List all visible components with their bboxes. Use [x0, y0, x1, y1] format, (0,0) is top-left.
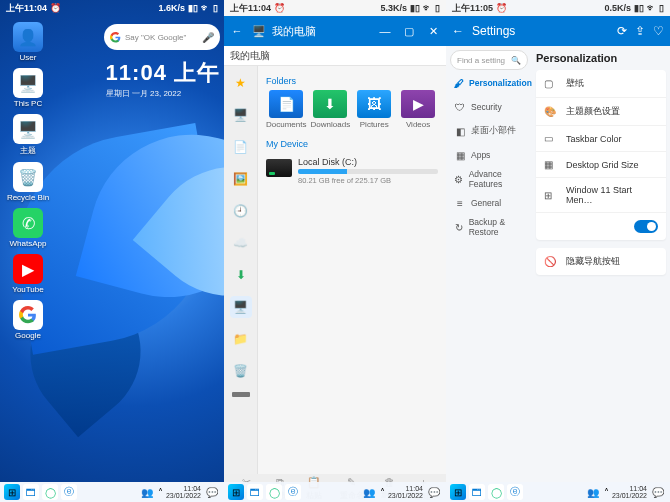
- youtube-icon: ▶: [13, 254, 43, 284]
- battery-icon: ▯: [213, 3, 218, 13]
- sidebar-thispc-icon[interactable]: 🖥️: [230, 296, 252, 318]
- taskbar-chevron-up-icon[interactable]: ˄: [604, 487, 609, 498]
- taskbar[interactable]: ⊞ 🗔 ◯ ⓔ 👥 ˄ 11:0423/01/2022 💬: [446, 482, 670, 502]
- shield-icon: 🛡: [454, 102, 466, 113]
- taskbar-chat-icon[interactable]: ◯: [266, 484, 282, 500]
- sidebar-clock-icon[interactable]: 🕘: [230, 200, 252, 222]
- explorer-titlebar: ← 🖥️ 我的电脑 — ▢ ✕: [224, 16, 446, 46]
- explorer-sidebar: ★ 🖥️ 📄 🖼️ 🕘 ☁️ ⬇ 🖥️ 📁 🗑️: [224, 66, 258, 474]
- google-g-icon: [110, 32, 121, 43]
- videos-icon: ▶: [401, 90, 435, 118]
- cat-widgets[interactable]: ◧桌面小部件: [450, 120, 528, 142]
- cat-backup[interactable]: ↻Backup & Restore: [450, 216, 528, 238]
- taskbar-clock[interactable]: 11:0423/01/2022: [388, 485, 423, 499]
- cat-apps[interactable]: ▦Apps: [450, 144, 528, 166]
- taskbar-people-icon[interactable]: 👥: [585, 484, 601, 500]
- start-button[interactable]: ⊞: [228, 484, 244, 500]
- taskbar-explorer-icon[interactable]: 🗔: [469, 484, 485, 500]
- hdd-icon: [266, 159, 292, 177]
- desktop-icon-recycle-bin[interactable]: 🗑️ Recycle Bin: [6, 162, 50, 202]
- minimize-button[interactable]: —: [376, 22, 394, 40]
- taskbar[interactable]: ⊞ 🗔 ◯ ⓔ 👥 ˄ 11:0423/01/2022 💬: [0, 482, 224, 502]
- alarm-icon: ⏰: [496, 3, 507, 13]
- palette-icon: 🎨: [544, 106, 558, 117]
- taskbar-notification-icon[interactable]: 💬: [426, 484, 442, 500]
- taskbar-explorer-icon[interactable]: 🗔: [23, 484, 39, 500]
- row-win11-start[interactable]: ⊞Window 11 Start Men…: [536, 178, 666, 213]
- sidebar-recycle-icon[interactable]: 🗑️: [230, 360, 252, 382]
- desktop-icon-youtube[interactable]: ▶ YouTube: [6, 254, 50, 294]
- settings-search[interactable]: Find a setting 🔍: [450, 50, 528, 70]
- maximize-button[interactable]: ▢: [400, 22, 418, 40]
- desktop-icon-whatsapp[interactable]: ✆ WhatsApp: [6, 208, 50, 248]
- clock-widget[interactable]: 11:04 上午 星期日 一月 23, 2022: [106, 58, 220, 99]
- taskbar-explorer-icon[interactable]: 🗔: [247, 484, 263, 500]
- close-button[interactable]: ✕: [424, 22, 442, 40]
- share-icon[interactable]: ⇪: [635, 24, 645, 38]
- wifi-icon: ᯤ: [423, 3, 432, 13]
- sidebar-cloud-icon[interactable]: ☁️: [230, 232, 252, 254]
- user-icon: 👤: [13, 22, 43, 52]
- alarm-icon: ⏰: [274, 3, 285, 13]
- taskbar-people-icon[interactable]: 👥: [139, 484, 155, 500]
- refresh-icon[interactable]: ⟳: [617, 24, 627, 38]
- start-button[interactable]: ⊞: [450, 484, 466, 500]
- desktop-icon-this-pc[interactable]: 🖥️ This PC: [6, 68, 50, 108]
- start-button[interactable]: ⊞: [4, 484, 20, 500]
- row-hide-nav[interactable]: 🚫隐藏导航按钮: [536, 248, 666, 275]
- taskbar-edge-icon[interactable]: ⓔ: [61, 484, 77, 500]
- sidebar-desktop-icon[interactable]: 🖥️: [230, 104, 252, 126]
- heart-icon[interactable]: ♡: [653, 24, 664, 38]
- taskbar-notification-icon[interactable]: 💬: [650, 484, 666, 500]
- battery-icon: ▯: [659, 3, 664, 13]
- taskbar[interactable]: ⊞ 🗔 ◯ ⓔ 👥 ˄ 11:0423/01/2022 💬: [224, 482, 446, 502]
- taskbar-edge-icon[interactable]: ⓔ: [507, 484, 523, 500]
- folder-documents[interactable]: 📄 Documents: [266, 90, 306, 129]
- drive-local-c[interactable]: Local Disk (C:) 80.21 GB free of 225.17 …: [266, 155, 438, 187]
- taskbar-chevron-up-icon[interactable]: ˄: [158, 487, 163, 498]
- desktop-icon-google[interactable]: Google: [6, 300, 50, 340]
- taskbar-people-icon[interactable]: 👥: [361, 484, 377, 500]
- battery-icon: ▯: [435, 3, 440, 13]
- sidebar-folder-icon[interactable]: 📁: [230, 328, 252, 350]
- row-win11-start-toggle[interactable]: [536, 213, 666, 240]
- settings-search-placeholder: Find a setting: [457, 56, 505, 65]
- back-button[interactable]: ←: [228, 22, 246, 40]
- cat-security[interactable]: 🛡Security: [450, 96, 528, 118]
- cat-advance[interactable]: ⚙Advance Features: [450, 168, 528, 190]
- cat-general[interactable]: ≡General: [450, 192, 528, 214]
- taskbar-notification-icon[interactable]: 💬: [204, 484, 220, 500]
- folder-pictures[interactable]: 🖼 Pictures: [354, 90, 394, 129]
- folder-videos[interactable]: ▶ Videos: [398, 90, 438, 129]
- cat-personalization[interactable]: 🖌Personalization: [450, 72, 528, 94]
- taskbar-clock[interactable]: 11:0423/01/2022: [612, 485, 647, 499]
- taskbar-chevron-up-icon[interactable]: ˄: [380, 487, 385, 498]
- wallpaper-bloom: [30, 90, 224, 410]
- taskbar-chat-icon[interactable]: ◯: [42, 484, 58, 500]
- taskbar-chat-icon[interactable]: ◯: [488, 484, 504, 500]
- row-grid-size[interactable]: ▦Desktop Grid Size: [536, 152, 666, 178]
- documents-icon: 📄: [269, 90, 303, 118]
- back-button[interactable]: ←: [452, 24, 464, 38]
- taskbar-icon: ▭: [544, 133, 558, 144]
- toggle-on-icon[interactable]: [634, 220, 658, 233]
- taskbar-clock[interactable]: 11:0423/01/2022: [166, 485, 201, 499]
- google-search-widget[interactable]: Say "OK Google" 🎤: [104, 24, 220, 50]
- taskbar-edge-icon[interactable]: ⓔ: [285, 484, 301, 500]
- status-time: 上午11:04: [6, 2, 47, 15]
- address-bar[interactable]: 我的电脑: [224, 46, 446, 66]
- sync-icon: ↻: [454, 222, 464, 233]
- desktop-icon-user[interactable]: 👤 User: [6, 22, 50, 62]
- sidebar-documents-icon[interactable]: 📄: [230, 136, 252, 158]
- row-theme-color[interactable]: 🎨主题颜色设置: [536, 98, 666, 126]
- row-taskbar-color[interactable]: ▭Taskbar Color: [536, 126, 666, 152]
- sidebar-image-icon[interactable]: 🖼️: [230, 168, 252, 190]
- sidebar-downloads-icon[interactable]: ⬇: [230, 264, 252, 286]
- section-device-label: My Device: [266, 139, 438, 149]
- row-wallpaper[interactable]: ▢壁纸: [536, 70, 666, 98]
- mic-icon[interactable]: 🎤: [202, 32, 214, 43]
- sidebar-favorites-icon[interactable]: ★: [230, 72, 252, 94]
- folder-downloads[interactable]: ⬇ Downloads: [310, 90, 350, 129]
- sidebar-handle-icon[interactable]: [232, 392, 250, 397]
- desktop-icon-drive[interactable]: 🖥️ 主题: [6, 114, 50, 156]
